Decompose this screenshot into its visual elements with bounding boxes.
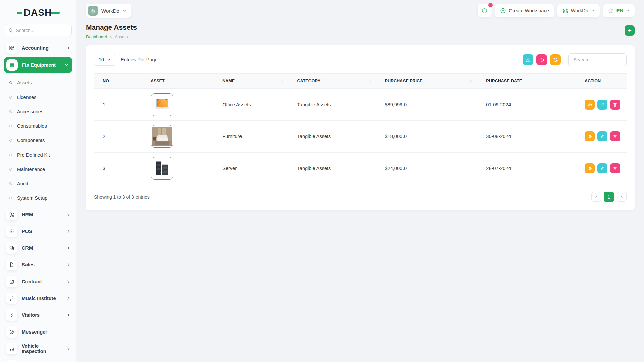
edit-button[interactable] bbox=[597, 100, 607, 110]
entries-per-page-select[interactable]: 10 bbox=[94, 54, 115, 66]
cell-category: Tangible Assets bbox=[288, 89, 376, 121]
create-workspace-button[interactable]: Create Workspace bbox=[495, 4, 554, 17]
table-actions bbox=[523, 53, 627, 66]
export-button[interactable] bbox=[523, 54, 533, 65]
sidebar-item-label: HRM bbox=[22, 212, 62, 217]
music-note-icon bbox=[6, 293, 17, 304]
card-toolbar: 10 Entries Per Page bbox=[94, 53, 627, 66]
sidebar-item-music-institute[interactable]: Music Institute bbox=[5, 290, 72, 307]
table-row: 2 bbox=[94, 121, 627, 153]
asset-image-furniture[interactable] bbox=[151, 125, 173, 148]
edit-button[interactable] bbox=[597, 163, 607, 173]
sidebar-item-label: Messenger bbox=[22, 329, 70, 335]
chevron-right-icon bbox=[66, 347, 70, 351]
sidebar-item-label: Music Institute bbox=[22, 296, 62, 301]
sidebar-item-accounting[interactable]: Accounting bbox=[5, 40, 72, 56]
delete-button[interactable] bbox=[610, 163, 620, 173]
chevron-down-icon bbox=[123, 9, 126, 13]
cell-no: 2 bbox=[94, 121, 142, 153]
edit-button[interactable] bbox=[597, 131, 607, 141]
entries-per-page-label: Entries Per Page bbox=[121, 57, 158, 62]
bullet-icon bbox=[9, 154, 12, 156]
sidebar-subitem-maintenance[interactable]: Maintenance bbox=[5, 162, 72, 176]
sidebar-item-messenger[interactable]: Messenger bbox=[5, 323, 72, 340]
sidebar-item-contract[interactable]: Contract bbox=[5, 273, 72, 290]
assets-table: NO ASSET NAME CATEGORY PURCHASE PRICE PU… bbox=[94, 73, 627, 184]
cell-purchase-date: 01-09-2024 bbox=[477, 89, 576, 121]
cell-category: Tangible Assets bbox=[288, 153, 376, 184]
sidebar-subitem-assets[interactable]: Assets bbox=[5, 75, 72, 90]
search-icon bbox=[8, 28, 13, 33]
scooter-icon bbox=[6, 343, 17, 354]
subitem-label: Pre Defined Kit bbox=[17, 152, 50, 158]
workspace-switcher-button[interactable]: WorkDo bbox=[86, 4, 131, 18]
sidebar-item-helpdesk[interactable]: Helpdesk bbox=[5, 357, 72, 362]
sidebar-item-crm[interactable]: CRM bbox=[5, 240, 72, 256]
table-row: 1 bbox=[94, 89, 627, 121]
next-page-button[interactable] bbox=[617, 192, 627, 202]
page-title-block: Manage Assets Dashboard Assets bbox=[86, 23, 137, 39]
column-header-category[interactable]: CATEGORY bbox=[288, 74, 376, 89]
cell-name: Furniture bbox=[214, 121, 288, 153]
workspace-building-icon bbox=[88, 6, 98, 16]
sidebar-item-label: POS bbox=[22, 229, 62, 234]
workdo-menu-button[interactable]: WorkDo bbox=[557, 4, 600, 17]
current-page-button[interactable]: 1 bbox=[604, 192, 614, 202]
pencil-icon bbox=[600, 102, 605, 107]
page-title: Manage Assets bbox=[86, 23, 137, 32]
sales-icon bbox=[6, 259, 17, 270]
view-button[interactable] bbox=[585, 163, 595, 173]
table-search-input[interactable] bbox=[568, 53, 627, 66]
sidebar-subitem-system-setup[interactable]: System Setup bbox=[5, 191, 72, 205]
column-header-asset[interactable]: ASSET bbox=[142, 74, 214, 89]
sidebar-search-input[interactable] bbox=[16, 28, 68, 33]
sidebar-subitem-accessories[interactable]: Accessories bbox=[5, 104, 72, 119]
bullet-icon bbox=[9, 197, 12, 199]
sidebar-subitem-licenses[interactable]: Licenses bbox=[5, 90, 72, 104]
delete-button[interactable] bbox=[610, 100, 620, 110]
language-selector-button[interactable]: EN bbox=[603, 4, 635, 17]
messages-badge: 0 bbox=[488, 2, 493, 8]
column-header-purchase-date[interactable]: PURCHASE DATE bbox=[477, 74, 576, 89]
sidebar-item-pos[interactable]: POS bbox=[5, 223, 72, 240]
sidebar-item-sales[interactable]: Sales bbox=[5, 256, 72, 273]
breadcrumb-current: Assets bbox=[115, 34, 128, 39]
column-header-name[interactable]: NAME bbox=[214, 74, 288, 89]
cell-purchase-date: 30-08-2024 bbox=[477, 121, 576, 153]
assets-card: 10 Entries Per Page bbox=[86, 45, 635, 210]
cell-name: Server bbox=[214, 153, 288, 184]
sidebar-subitem-pre-defined-kit[interactable]: Pre Defined Kit bbox=[5, 147, 72, 162]
cell-purchase-date: 28-07-2024 bbox=[477, 153, 576, 184]
asset-image-laptop[interactable] bbox=[151, 93, 173, 116]
asset-image-server[interactable] bbox=[151, 157, 173, 180]
column-header-purchase-price[interactable]: PURCHASE PRICE bbox=[376, 74, 478, 89]
cell-name: Office Assets bbox=[214, 89, 288, 121]
breadcrumb-dashboard-link[interactable]: Dashboard bbox=[86, 34, 107, 39]
subitem-label: Assets bbox=[17, 80, 32, 85]
pencil-icon bbox=[600, 166, 605, 171]
pos-icon bbox=[6, 226, 17, 237]
sidebar-item-visitors[interactable]: Visitors bbox=[5, 307, 72, 323]
view-button[interactable] bbox=[585, 100, 595, 110]
trash-icon bbox=[613, 166, 618, 171]
app-logo: DASH bbox=[5, 6, 72, 19]
reset-button[interactable] bbox=[536, 54, 547, 65]
messages-button[interactable]: 0 bbox=[478, 4, 492, 17]
view-button[interactable] bbox=[585, 131, 595, 141]
breadcrumb: Dashboard Assets bbox=[86, 34, 137, 39]
sidebar-item-hrm[interactable]: HRM bbox=[5, 206, 72, 223]
add-asset-button[interactable] bbox=[625, 25, 635, 36]
previous-page-button[interactable] bbox=[591, 192, 601, 202]
sidebar-subitem-consumables[interactable]: Consumables bbox=[5, 119, 72, 133]
trash-icon bbox=[613, 134, 618, 139]
delete-button[interactable] bbox=[610, 131, 620, 141]
sidebar-subitem-components[interactable]: Components bbox=[5, 133, 72, 147]
column-header-action: ACTION bbox=[576, 74, 627, 89]
chat-bubble-icon bbox=[481, 8, 488, 14]
refresh-button[interactable] bbox=[550, 54, 561, 65]
sidebar-item-fix-equipment[interactable]: Fix Equipment bbox=[4, 57, 72, 73]
sidebar-item-vehicle-inspection[interactable]: Vehicle Inspection bbox=[5, 340, 72, 357]
sidebar-subitem-audit[interactable]: Audit bbox=[5, 176, 72, 191]
bullet-icon bbox=[9, 139, 12, 142]
column-header-no[interactable]: NO bbox=[94, 74, 142, 89]
